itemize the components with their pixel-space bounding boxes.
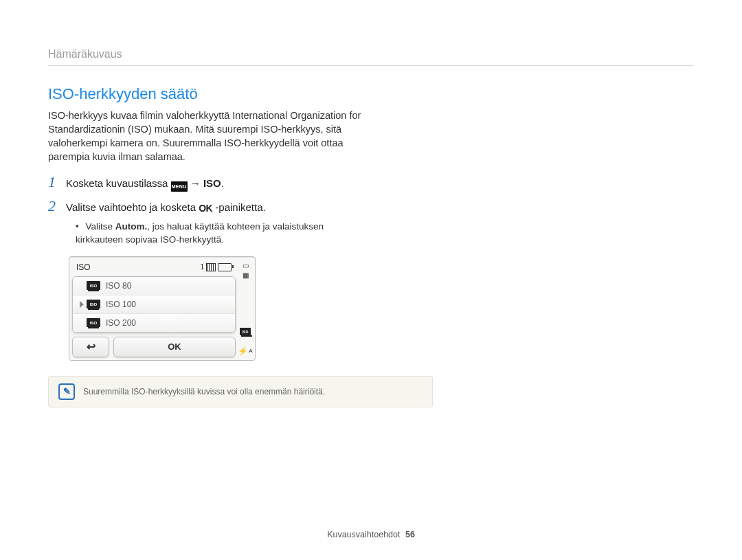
step-number: 1 — [48, 175, 59, 190]
list-item[interactable]: ISO ISO 200 — [73, 313, 235, 332]
step-2-prefix: Valitse vaihtoehto ja kosketa — [66, 201, 199, 213]
section-label: Hämäräkuvaus — [48, 48, 694, 66]
battery-icon — [218, 263, 232, 271]
back-button[interactable]: ↩ — [72, 337, 109, 357]
note-icon: ✎ — [58, 383, 75, 400]
iso-badge-icon: ISO — [87, 300, 100, 309]
list-item[interactable]: ISO ISO 80 — [73, 277, 235, 295]
image-size-icon: ▭ — [240, 261, 251, 271]
step-number: 2 — [48, 199, 59, 214]
menu-icon: MENU — [171, 181, 188, 192]
intro-paragraph: ISO-herkkyys kuvaa filmin valoherkkyyttä… — [48, 109, 371, 164]
list-item-label: ISO 200 — [106, 318, 136, 328]
back-arrow-icon: ↩ — [87, 340, 95, 353]
step-1-iso: ISO — [203, 177, 221, 189]
iso-side-icon: ISO — [240, 327, 251, 337]
iso-badge-icon: ISO — [87, 281, 100, 290]
arrow-icon: → — [190, 177, 201, 189]
ok-button[interactable]: OK — [113, 337, 236, 357]
step-2-suffix: -painiketta. — [215, 201, 265, 213]
bullet-prefix: Valitse — [86, 221, 115, 232]
page-indicator: 1 — [200, 263, 204, 271]
step-1-text: Kosketa kuvaustilassa MENU → ISO. — [66, 177, 224, 192]
ok-icon: OK — [199, 203, 212, 214]
iso-badge-icon: ISO — [87, 318, 100, 327]
step-list: 1 Kosketa kuvaustilassa MENU → ISO. 2 Va… — [48, 175, 371, 214]
list-item-label: ISO 100 — [106, 300, 136, 309]
page-number: 56 — [405, 530, 415, 539]
list-item-label: ISO 80 — [106, 281, 131, 291]
selection-indicator-icon — [80, 301, 84, 308]
list-item[interactable]: ISO ISO 100 — [73, 295, 235, 313]
note-box: ✎ Suuremmilla ISO-herkkyyksillä kuvissa … — [48, 376, 433, 407]
footer-label: Kuvausvaihtoehdot — [327, 530, 400, 539]
flash-auto-icon — [240, 346, 251, 356]
note-text: Suuremmilla ISO-herkkyyksillä kuvissa vo… — [83, 387, 325, 396]
step-2-text: Valitse vaihtoehto ja kosketa OK -painik… — [66, 201, 266, 214]
quality-icon: ▦ — [240, 271, 251, 280]
screen-side-icons: ▭ ▦ ISO — [238, 260, 252, 357]
step-1-period: . — [221, 177, 224, 189]
screen-title-bar: ISO 1 — [72, 260, 236, 276]
page-footer: Kuvausvaihtoehdot 56 — [0, 530, 742, 539]
screen-title: ISO — [76, 262, 91, 272]
bullet-bold: Autom. — [115, 221, 148, 232]
camera-screen: ISO 1 ISO ISO 8 — [69, 256, 256, 361]
page-heading: ISO-herkkyyden säätö — [48, 85, 371, 103]
step-1-prefix: Kosketa kuvaustilassa — [66, 177, 171, 189]
sub-bullet: • Valitse Autom., jos haluat käyttää koh… — [76, 221, 371, 247]
iso-option-list[interactable]: ISO ISO 80 ISO ISO 100 ISO — [72, 276, 236, 333]
bullet-icon: • — [76, 221, 79, 232]
memory-card-icon — [206, 263, 216, 271]
